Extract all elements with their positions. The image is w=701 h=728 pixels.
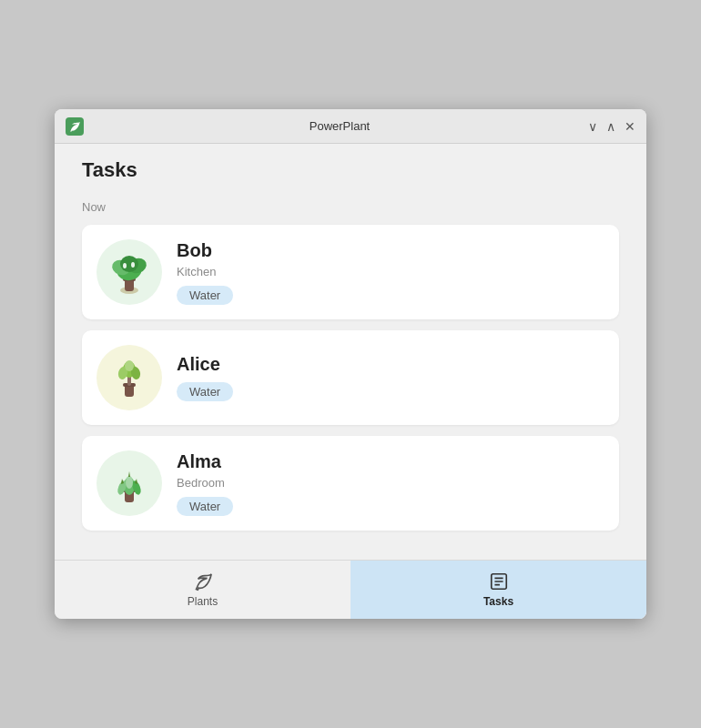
section-now-label: Now	[82, 200, 619, 214]
window-title: PowerPlant	[91, 119, 588, 133]
nav-item-plants[interactable]: Plants	[55, 561, 350, 619]
plant-avatar-alma	[97, 450, 162, 516]
plant-card-alma[interactable]: Alma Bedroom Water	[82, 436, 619, 531]
titlebar: PowerPlant ∨ ∧ ✕	[55, 109, 646, 144]
close-button[interactable]: ✕	[625, 120, 635, 133]
plant-location-alma: Bedroom	[177, 476, 233, 490]
bottom-nav: Plants Tasks	[55, 560, 646, 619]
maximize-button[interactable]: ∧	[606, 120, 615, 133]
nav-plants-label: Plants	[188, 595, 218, 608]
app-window: PowerPlant ∨ ∧ ✕ Tasks Now	[55, 109, 646, 619]
plant-card-bob[interactable]: Bob Kitchen Water	[82, 225, 619, 319]
plant-info-alma: Alma Bedroom Water	[177, 451, 233, 516]
task-badge-alice[interactable]: Water	[177, 382, 233, 401]
plant-name-bob: Bob	[177, 240, 233, 261]
minimize-button[interactable]: ∨	[588, 120, 597, 133]
task-badge-bob[interactable]: Water	[177, 286, 233, 305]
window-controls: ∨ ∧ ✕	[588, 120, 635, 133]
svg-point-21	[126, 476, 133, 489]
nav-item-tasks[interactable]: Tasks	[350, 561, 646, 619]
svg-point-15	[125, 360, 134, 371]
task-badge-alma[interactable]: Water	[177, 497, 233, 516]
leaf-icon	[193, 571, 213, 592]
plant-location-bob: Kitchen	[177, 265, 233, 278]
svg-marker-22	[128, 471, 130, 477]
plant-info-alice: Alice Water	[177, 354, 233, 401]
plant-avatar-bob	[97, 239, 162, 305]
plant-card-alice[interactable]: Alice Water	[82, 330, 619, 425]
main-content: Now Bob	[55, 182, 646, 560]
plant-avatar-alice	[97, 345, 162, 410]
app-icon	[66, 117, 84, 136]
tasks-icon	[489, 571, 509, 592]
svg-point-6	[120, 256, 138, 272]
page-title: Tasks	[82, 158, 619, 182]
plant-name-alice: Alice	[177, 354, 233, 375]
svg-point-8	[131, 262, 135, 268]
nav-tasks-label: Tasks	[483, 595, 513, 608]
plant-info-bob: Bob Kitchen Water	[177, 240, 233, 305]
svg-point-7	[123, 263, 127, 268]
plant-name-alma: Alma	[177, 451, 233, 472]
